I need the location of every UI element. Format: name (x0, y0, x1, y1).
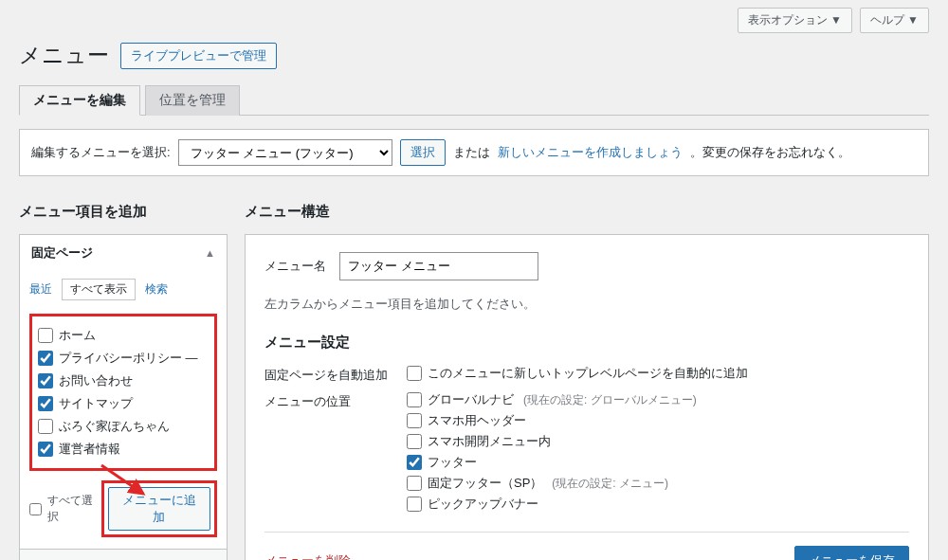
select-or-text: または (453, 144, 490, 161)
menu-locations-label: メニューの位置 (264, 391, 407, 513)
caret-up-icon: ▲ (205, 247, 215, 259)
auto-add-option[interactable]: このメニューに新しいトップレベルページを自動的に追加 (407, 365, 909, 382)
menu-structure-frame: メニュー名 左カラムからメニュー項目を追加してください。 メニュー設定 固定ペー… (245, 234, 929, 560)
page-item-checkbox[interactable] (38, 419, 53, 434)
panel-posts-head[interactable]: 投稿 ▼ (20, 549, 227, 560)
page-item-checkbox[interactable] (38, 396, 53, 411)
page-item-label: ぶろぐ家ぽんちゃん (59, 418, 170, 435)
menu-name-label: メニュー名 (264, 258, 326, 275)
page-item-checkbox[interactable] (38, 351, 53, 366)
location-label: グローバルナビ (428, 391, 514, 408)
menu-name-input[interactable] (339, 252, 538, 280)
location-option[interactable]: グローバルナビ(現在の設定: グローバルメニュー) (407, 391, 909, 408)
page-item[interactable]: お問い合わせ (38, 370, 209, 392)
page-item[interactable]: 運営者情報 (38, 438, 209, 461)
location-option[interactable]: 固定フッター（SP）(現在の設定: メニュー) (407, 475, 909, 492)
accordion: 固定ページ ▲ 最近 すべて表示 検索 ホームプライバシーポリシー —お問い合わ… (19, 234, 228, 560)
page-item[interactable]: ぶろぐ家ぽんちゃん (38, 415, 209, 438)
auto-add-checkbox[interactable] (407, 366, 422, 381)
menu-selector-bar: 編集するメニューを選択: フッター メニュー (フッター) 選択 または 新しい… (19, 129, 929, 176)
location-option[interactable]: ピックアップバナー (407, 496, 909, 513)
page-item-checkbox[interactable] (38, 328, 53, 343)
highlight-box-add-btn: メニューに追加 (101, 480, 217, 537)
page-item-checkbox[interactable] (38, 442, 53, 457)
panel-pages-body: 最近 すべて表示 検索 ホームプライバシーポリシー —お問い合わせサイトマップぶ… (20, 271, 227, 549)
auto-add-label: 固定ページを自動追加 (264, 365, 407, 384)
page-item[interactable]: サイトマップ (38, 392, 209, 415)
page-title: メニュー (19, 41, 109, 70)
save-menu-button[interactable]: メニューを保存 (794, 546, 909, 560)
page-item-checkbox[interactable] (38, 373, 53, 388)
menu-settings-heading: メニュー設定 (264, 334, 909, 352)
location-option[interactable]: スマホ用ヘッダー (407, 412, 909, 429)
page-item[interactable]: プライバシーポリシー — (38, 347, 209, 370)
location-checkbox[interactable] (407, 413, 422, 428)
select-suffix-text: 。変更の保存をお忘れなく。 (690, 144, 850, 161)
nav-tabs: メニューを編集 位置を管理 (19, 85, 929, 116)
help-button[interactable]: ヘルプ ▼ (860, 8, 929, 33)
location-label: スマホ開閉メニュー内 (428, 433, 551, 450)
location-checkbox[interactable] (407, 476, 422, 491)
page-item[interactable]: ホーム (38, 324, 209, 347)
page-item-label: ホーム (59, 327, 96, 344)
menu-select-label: 編集するメニューを選択: (31, 144, 171, 161)
select-all-checkbox[interactable] (29, 503, 42, 515)
tab-manage-locations[interactable]: 位置を管理 (145, 85, 240, 116)
panel-pages-head[interactable]: 固定ページ ▲ (20, 235, 227, 271)
page-item-label: 運営者情報 (59, 441, 120, 458)
panel-pages-title: 固定ページ (31, 244, 93, 262)
location-checkbox[interactable] (407, 434, 422, 449)
select-menu-button[interactable]: 選択 (400, 139, 446, 166)
location-checkbox[interactable] (407, 455, 422, 470)
delete-menu-link[interactable]: メニューを削除 (264, 552, 351, 560)
add-items-heading: メニュー項目を追加 (19, 203, 228, 221)
page-item-label: お問い合わせ (59, 372, 133, 389)
location-label: ピックアップバナー (428, 496, 538, 513)
location-checkbox[interactable] (407, 497, 422, 512)
add-to-menu-button[interactable]: メニューに追加 (108, 487, 210, 531)
screen-options-button[interactable]: 表示オプション ▼ (738, 8, 852, 33)
auto-add-text: このメニューに新しいトップレベルページを自動的に追加 (428, 365, 748, 382)
page-item-label: プライバシーポリシー — (59, 350, 198, 367)
location-checkbox[interactable] (407, 392, 422, 407)
menu-structure-heading: メニュー構造 (245, 203, 929, 221)
page-item-label: サイトマップ (59, 395, 133, 412)
highlight-box-items: ホームプライバシーポリシー —お問い合わせサイトマップぶろぐ家ぽんちゃん運営者情… (29, 314, 217, 471)
location-label: フッター (428, 454, 477, 471)
location-note: (現在の設定: メニュー) (552, 476, 668, 492)
location-label: 固定フッター（SP） (428, 475, 542, 492)
tab-edit-menu[interactable]: メニューを編集 (19, 85, 140, 116)
select-all-label[interactable]: すべて選択 (29, 493, 101, 525)
location-option[interactable]: スマホ開閉メニュー内 (407, 433, 909, 450)
create-menu-link[interactable]: 新しいメニューを作成しましょう (498, 144, 683, 161)
location-label: スマホ用ヘッダー (428, 412, 526, 429)
inner-tab-recent[interactable]: 最近 (29, 281, 52, 298)
inner-tab-search[interactable]: 検索 (145, 281, 168, 298)
inner-tab-all[interactable]: すべて表示 (62, 279, 136, 300)
location-option[interactable]: フッター (407, 454, 909, 471)
location-note: (現在の設定: グローバルメニュー) (523, 392, 697, 408)
select-all-text: すべて選択 (47, 493, 101, 525)
empty-menu-hint: 左カラムからメニュー項目を追加してください。 (264, 296, 909, 313)
live-preview-button[interactable]: ライブプレビューで管理 (120, 43, 277, 69)
menu-select[interactable]: フッター メニュー (フッター) (178, 139, 392, 166)
